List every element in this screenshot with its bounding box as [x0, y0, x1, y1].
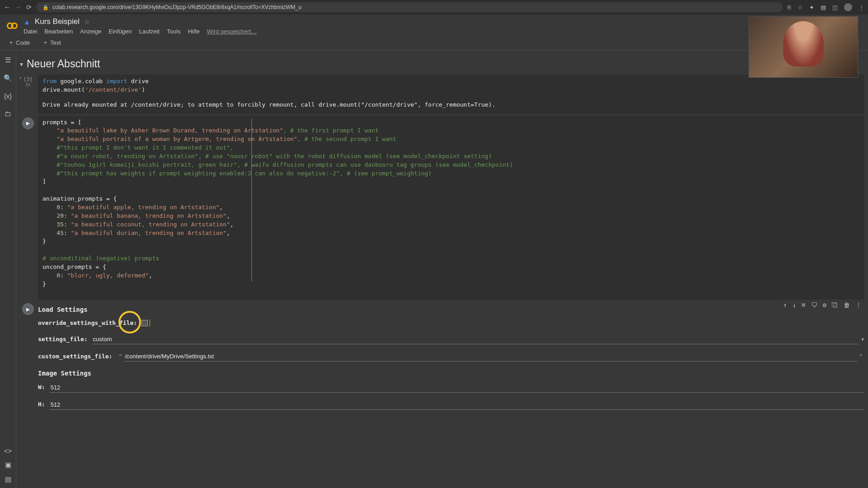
colab-header: ▲ Kurs Beispiel ☆ Datei Bearbeiten Anzei…: [0, 14, 868, 35]
menu-hilfe[interactable]: Hilfe: [188, 28, 199, 35]
menu-laufzeit[interactable]: Laufzeit: [139, 28, 160, 35]
move-up-icon[interactable]: ↑: [783, 300, 787, 310]
override-label: override_settings_with_file:: [38, 319, 137, 328]
run-button[interactable]: ▶: [22, 117, 34, 129]
section-header: ▾ Neuer Abschnitt: [18, 54, 864, 75]
profile-avatar[interactable]: [844, 3, 852, 11]
drive-icon: ▲: [24, 18, 30, 26]
star-icon[interactable]: ☆: [84, 18, 90, 25]
search-icon[interactable]: 🔍: [4, 74, 12, 82]
cell-status-icon: ✓: [19, 75, 23, 80]
cell-output: Drive already mounted at /content/drive;…: [42, 99, 860, 111]
editor-cursor-line: [251, 118, 252, 282]
colab-logo-icon[interactable]: [5, 19, 19, 33]
webcam-overlay: [749, 16, 858, 78]
run-button[interactable]: ▶: [22, 303, 34, 315]
link-icon[interactable]: ⌘: [802, 300, 805, 310]
h-input[interactable]: [50, 400, 864, 410]
section-collapse-icon[interactable]: ▾: [20, 61, 23, 68]
code-editor[interactable]: prompts = [ "a beautiful lake by Asher B…: [38, 116, 864, 300]
delete-icon[interactable]: 🗑: [844, 300, 850, 310]
cell-toolbar: ↑ ↓ ⌘ 🗨 ⚙ ⿻ 🗑 ⋮: [783, 300, 862, 310]
menu-einfuegen[interactable]: Einfügen: [108, 28, 132, 35]
feed-icon[interactable]: ▤: [821, 4, 826, 11]
more-icon[interactable]: ⋮: [855, 300, 862, 310]
left-sidebar: ☰ 🔍 {x} 🗀 <> ▣ ▤: [0, 51, 16, 488]
custom-settings-file-input[interactable]: [124, 352, 857, 361]
menu-datei[interactable]: Datei: [24, 28, 37, 35]
bookmark-star-icon[interactable]: ☆: [797, 4, 803, 11]
kebab-icon[interactable]: ⋮: [859, 4, 864, 11]
menu-bar: Datei Bearbeiten Anzeige Einfügen Laufze…: [24, 28, 863, 35]
section-title[interactable]: Neuer Abschnitt: [27, 58, 100, 70]
custom-settings-file-label: custom_settings_file:: [38, 352, 112, 361]
code-editor[interactable]: from google.colab import drive drive.mou…: [38, 75, 864, 114]
more-icon[interactable]: ▤: [5, 475, 11, 483]
menu-bearbeiten[interactable]: Bearbeiten: [44, 28, 73, 35]
w-label: W:: [38, 383, 45, 392]
settings-icon[interactable]: ⚙: [823, 300, 826, 310]
text-cursor: [150, 319, 150, 327]
mirror-icon[interactable]: ⿻: [832, 300, 838, 310]
extensions-icon[interactable]: ✦: [809, 4, 814, 11]
exec-time: 2s: [26, 82, 31, 87]
settings-file-select[interactable]: [92, 334, 859, 344]
files-icon[interactable]: 🗀: [5, 110, 11, 117]
code-cell: ▶ prompts = [ "a beautiful lake by Asher…: [18, 116, 864, 300]
quote-close: ": [857, 352, 864, 361]
toc-icon[interactable]: ☰: [5, 56, 11, 64]
browser-chrome: ← → ⟳ 🔒 colab.research.google.com/drive/…: [0, 0, 868, 14]
add-code-button[interactable]: ＋Code: [5, 37, 33, 48]
settings-file-label: settings_file:: [38, 335, 88, 344]
quote-open: ": [117, 352, 124, 361]
comment-icon[interactable]: 🗨: [811, 300, 817, 310]
reload-icon[interactable]: ⟳: [26, 4, 32, 11]
form-section-title: Image Settings: [38, 369, 864, 378]
document-title[interactable]: Kurs Beispiel: [35, 17, 80, 26]
form-cell: ▶ ↑ ↓ ⌘ 🗨 ⚙ ⿻ 🗑 ⋮ Load Settings override…: [18, 301, 864, 410]
menu-tools[interactable]: Tools: [167, 28, 180, 35]
url-text: colab.research.google.com/drive/13G9KHyM…: [52, 4, 302, 10]
move-down-icon[interactable]: ↓: [793, 300, 796, 310]
terminal-icon[interactable]: ▣: [5, 461, 11, 469]
chevron-down-icon[interactable]: ▾: [861, 335, 864, 344]
notebook-toolbar: ＋Code ＋Text ⌃: [0, 35, 868, 51]
w-input[interactable]: [50, 383, 864, 393]
menu-anzeige[interactable]: Anzeige: [80, 28, 101, 35]
side-panel-icon[interactable]: ◫: [832, 4, 838, 11]
back-icon[interactable]: ←: [4, 3, 11, 11]
form-section-title: Load Settings: [38, 305, 864, 314]
exec-count: [3]: [24, 76, 33, 82]
h-label: H:: [38, 400, 45, 409]
lock-icon: 🔒: [42, 5, 49, 10]
translate-icon[interactable]: ⎘: [788, 4, 791, 11]
override-checkbox[interactable]: [142, 320, 148, 326]
url-bar[interactable]: 🔒 colab.research.google.com/drive/13G9KH…: [36, 2, 783, 12]
add-text-button[interactable]: ＋Text: [39, 37, 65, 48]
forward-icon[interactable]: →: [14, 3, 22, 11]
code-snippets-icon[interactable]: <>: [4, 447, 12, 455]
save-status: Wird gespeichert…: [207, 28, 257, 35]
code-cell: ✓ [3] 2s from google.colab import drive …: [18, 75, 864, 114]
variables-icon[interactable]: {x}: [4, 92, 12, 100]
